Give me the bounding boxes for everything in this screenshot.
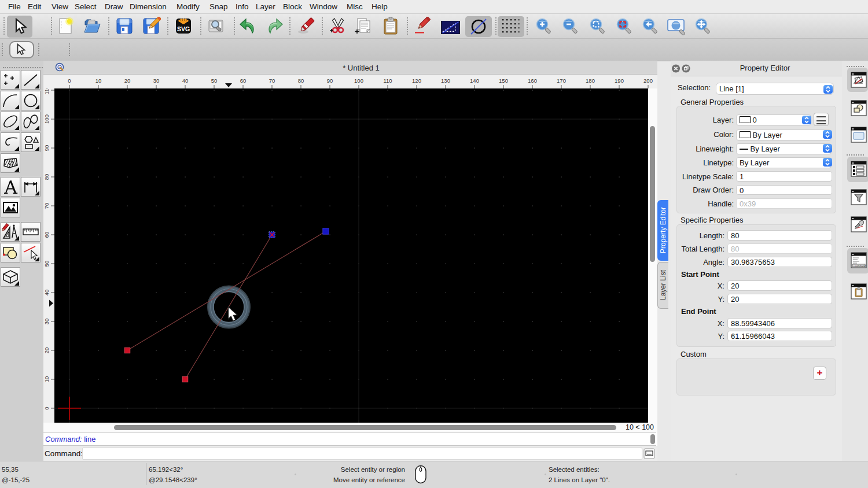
svg-text:10: 10 — [43, 376, 50, 383]
svg-text:180: 180 — [586, 77, 595, 84]
svg-text:100: 100 — [354, 77, 363, 84]
svg-text:c command: c command — [854, 264, 866, 267]
svg-text:20: 20 — [43, 347, 50, 354]
svg-text:0: 0 — [43, 406, 50, 409]
svg-text:80: 80 — [298, 77, 304, 84]
svg-text:40: 40 — [43, 290, 50, 296]
svg-text:150: 150 — [499, 77, 508, 84]
svg-text:60: 60 — [240, 77, 247, 84]
svg-text:130: 130 — [441, 77, 450, 84]
svg-text:20: 20 — [124, 77, 131, 84]
svg-text:140: 140 — [470, 77, 479, 84]
svg-text:190: 190 — [615, 77, 624, 84]
svg-text:10: 10 — [95, 77, 102, 84]
svg-text:120: 120 — [412, 77, 421, 84]
svg-text:90: 90 — [43, 145, 50, 151]
svg-text:110: 110 — [43, 88, 50, 95]
svg-text:SVG: SVG — [177, 25, 190, 32]
svg-text:30: 30 — [153, 77, 160, 84]
svg-text:50: 50 — [43, 261, 50, 267]
svg-text:160: 160 — [528, 77, 537, 84]
svg-text:100: 100 — [43, 114, 50, 124]
svg-text:90: 90 — [327, 77, 333, 84]
svg-text:30: 30 — [43, 319, 50, 325]
svg-text:40: 40 — [182, 77, 189, 84]
svg-text:70: 70 — [269, 77, 275, 84]
svg-text:80: 80 — [43, 174, 50, 180]
svg-text:110: 110 — [383, 77, 392, 84]
svg-text:70: 70 — [43, 203, 50, 209]
svg-text:0: 0 — [68, 77, 71, 84]
svg-text:60: 60 — [43, 232, 50, 238]
svg-text:50: 50 — [211, 77, 218, 84]
svg-text:170: 170 — [557, 77, 566, 84]
